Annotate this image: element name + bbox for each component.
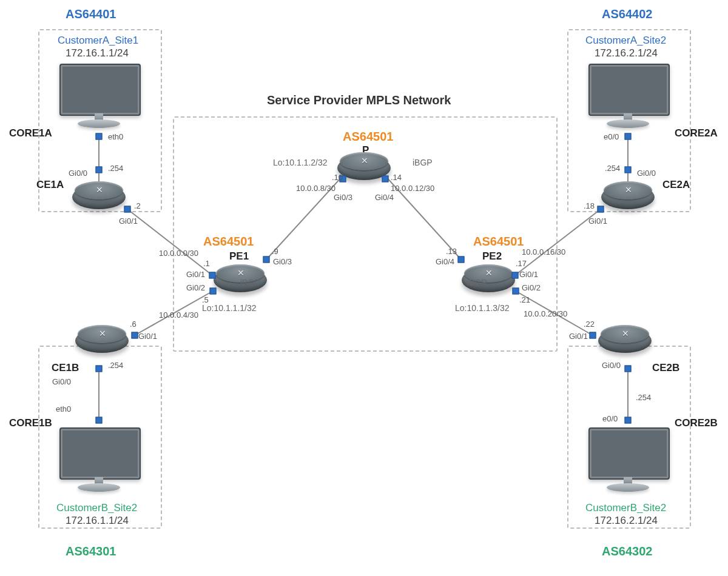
port-pe1-gi03 — [263, 256, 270, 263]
if-core1b-eth0: eth0 — [56, 404, 71, 414]
port-core1a-eth0 — [96, 133, 103, 140]
site-tr-name: CustomerA_Site2 — [585, 35, 666, 47]
if-ce1b-gi01: Gi0/1 — [138, 332, 157, 341]
port-pe1-gi02 — [210, 288, 217, 295]
ip-pe2-13: .13 — [446, 247, 457, 256]
if-ce2a-gi01: Gi0/1 — [588, 216, 607, 226]
pe1-as: AS64501 — [203, 235, 254, 249]
port-ce1a-gi00 — [96, 167, 103, 173]
ip-ce2a-254: .254 — [605, 164, 620, 173]
pe2-name: PE2 — [482, 250, 502, 263]
net-p12: 10.0.0.12/30 — [391, 184, 434, 193]
ip-pe1-5: .5 — [202, 295, 209, 304]
ip-ce1b-254: .254 — [108, 361, 123, 370]
pe1-lo: Lo:10.1.1.1/32 — [202, 303, 257, 313]
if-pe2-gi01: Gi0/1 — [519, 270, 538, 279]
router-ce2a-label: CE2A — [662, 179, 690, 191]
router-ce2b: ✕ — [598, 325, 652, 358]
host-core2a-label: CORE2A — [675, 127, 718, 139]
port-ce2a-gi01 — [598, 206, 604, 213]
if-pe2-gi04: Gi0/4 — [436, 257, 454, 266]
if-p-gi03: Gi0/3 — [334, 193, 352, 202]
site-br-name: CustomerB_Site2 — [585, 502, 666, 514]
port-ce1b-gi01 — [132, 332, 138, 339]
port-pe2-gi02 — [513, 288, 519, 295]
if-ce2b-gi00: Gi0/0 — [602, 361, 621, 370]
svg-line-4 — [515, 209, 601, 275]
if-pe1-gi02: Gi0/2 — [186, 283, 205, 292]
router-ce1a: ✕ — [72, 181, 126, 214]
ip-ce2a-18: .18 — [584, 201, 595, 210]
port-pe2-gi04 — [458, 256, 465, 263]
as-br-label: AS64302 — [602, 544, 652, 558]
sp-title: Service Provider MPLS Network — [267, 93, 451, 107]
if-pe1-gi01: Gi0/1 — [186, 270, 205, 279]
router-ce1b: ✕ — [75, 325, 129, 358]
net-0: 10.0.0.0/30 — [159, 249, 198, 258]
if-ce2b-gi01: Gi0/1 — [569, 332, 588, 341]
if-ce1b-gi00: Gi0/0 — [52, 377, 71, 386]
site-tl-subnet: 172.16.1.1/24 — [66, 47, 129, 59]
port-ce2a-gi00 — [625, 167, 632, 173]
port-p-gi04 — [382, 176, 389, 183]
pe1-bgp: iBGP — [240, 278, 260, 287]
ip-p-14: .14 — [391, 173, 402, 182]
if-core2a-e00: e0/0 — [604, 132, 619, 141]
site-bl-name: CustomerB_Site2 — [56, 502, 137, 514]
port-core1b-eth0 — [96, 417, 103, 424]
site-tr-subnet: 172.16.2.1/24 — [595, 47, 658, 59]
host-core2b — [585, 427, 670, 494]
net-16: 10.0.0.16/30 — [522, 247, 565, 256]
pe2-lo: Lo:10.1.1.3/32 — [455, 303, 510, 313]
pe2-bgp: iBGP — [467, 278, 487, 287]
port-ce1b-gi00 — [96, 366, 103, 372]
if-ce1a-gi00: Gi0/0 — [69, 169, 87, 178]
net-4: 10.0.0.4/30 — [159, 310, 198, 320]
port-core2b-e00 — [625, 417, 632, 424]
pe2-as: AS64501 — [473, 235, 524, 249]
p-bgp: iBGP — [413, 158, 433, 167]
host-core1b — [56, 427, 141, 494]
if-pe2-gi02: Gi0/2 — [522, 283, 541, 292]
if-ce2a-gi00: Gi0/0 — [637, 169, 656, 178]
router-ce1a-label: CE1A — [36, 179, 64, 191]
net-20: 10.0.0.20/30 — [524, 309, 567, 318]
p-as: AS64501 — [343, 130, 393, 144]
router-ce2a: ✕ — [601, 181, 655, 214]
ip-pe1-1: .1 — [203, 259, 210, 268]
if-core1a-eth0: eth0 — [108, 132, 123, 141]
svg-line-1 — [127, 209, 212, 275]
site-tl-name: CustomerA_Site1 — [58, 35, 138, 47]
if-core2b-e00: e0/0 — [602, 414, 618, 423]
port-ce2b-gi00 — [625, 366, 632, 372]
ip-pe2-21: .21 — [519, 295, 530, 304]
ip-ce1a-2: .2 — [134, 201, 141, 210]
port-pe2-gi01 — [512, 272, 519, 279]
ip-ce1a-254: .254 — [108, 164, 123, 173]
as-tl-label: AS64401 — [66, 7, 116, 21]
net-p8: 10.0.0.8/30 — [296, 184, 335, 193]
pe1-name: PE1 — [229, 250, 249, 263]
port-pe1-gi01 — [209, 272, 216, 279]
host-core2a — [585, 64, 670, 130]
ip-ce1b-6: .6 — [130, 320, 136, 329]
if-ce1a-gi01: Gi0/1 — [119, 216, 138, 226]
site-br-subnet: 172.16.2.1/24 — [595, 515, 658, 527]
host-core1a — [56, 64, 141, 130]
host-core1a-label: CORE1A — [9, 127, 52, 139]
p-lo: Lo:10.1.1.2/32 — [273, 158, 328, 167]
ip-pe2-17: .17 — [516, 259, 527, 268]
port-ce2b-gi01 — [590, 332, 596, 339]
ip-p-10: .10 — [332, 173, 343, 182]
port-core2a-e00 — [625, 133, 632, 140]
host-core1b-label: CORE1B — [9, 417, 52, 429]
router-ce1b-label: CE1B — [52, 362, 79, 374]
if-pe1-gi03: Gi0/3 — [273, 257, 292, 266]
as-bl-label: AS64301 — [66, 544, 116, 558]
ip-ce2b-22: .22 — [584, 320, 595, 329]
if-p-gi04: Gi0/4 — [375, 193, 394, 202]
ip-ce2b-254: .254 — [636, 393, 651, 402]
ip-pe1-9: .9 — [272, 247, 278, 256]
port-ce1a-gi01 — [124, 206, 131, 213]
router-ce2b-label: CE2B — [652, 362, 679, 374]
